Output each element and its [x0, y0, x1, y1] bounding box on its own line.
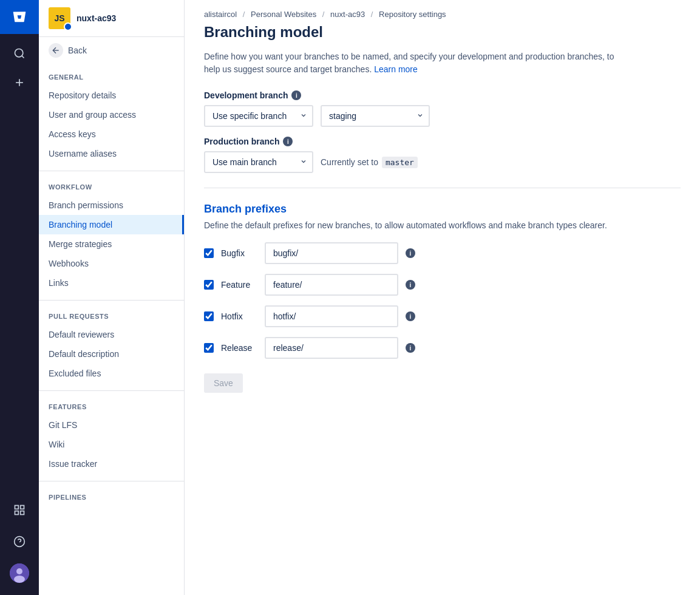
- sidebar-section-pull-requests: PULL REQUESTS Default reviewers Default …: [39, 303, 184, 388]
- page-description: Define how you want your branches to be …: [185, 50, 646, 90]
- repo-avatar-badge: [64, 22, 72, 31]
- repo-avatar: JS: [49, 7, 70, 29]
- bugfix-checkbox[interactable]: [204, 248, 214, 258]
- sidebar-item-access-keys[interactable]: Access keys: [39, 124, 184, 144]
- feature-label: Feature: [221, 280, 257, 290]
- prefix-row-feature: Feature i: [204, 274, 681, 296]
- feature-checkbox[interactable]: [204, 280, 214, 290]
- section-label-pull-requests: PULL REQUESTS: [39, 313, 184, 325]
- development-branch-info-icon[interactable]: i: [291, 90, 301, 100]
- sidebar-section-features: FEATURES Git LFS Wiki Issue tracker: [39, 393, 184, 478]
- branch-prefixes-description: Define the default prefixes for new bran…: [204, 220, 629, 230]
- bugfix-input[interactable]: [265, 242, 398, 264]
- svg-point-11: [14, 576, 25, 583]
- dev-branch-name-select[interactable]: staging: [321, 105, 430, 127]
- sidebar-item-branching-model[interactable]: Branching model: [39, 215, 184, 234]
- sidebar-section-general: GENERAL Repository details User and grou…: [39, 64, 184, 168]
- sidebar-item-branch-permissions[interactable]: Branch permissions: [39, 195, 184, 215]
- divider-4: [39, 481, 184, 481]
- sidebar-item-merge-strategies[interactable]: Merge strategies: [39, 234, 184, 254]
- create-nav-item[interactable]: [0, 68, 39, 97]
- save-button[interactable]: Save: [204, 373, 243, 393]
- sidebar-item-links[interactable]: Links: [39, 273, 184, 293]
- breadcrumb: alistaircol / Personal Websites / nuxt-a…: [185, 0, 700, 24]
- sidebar-item-issue-tracker[interactable]: Issue tracker: [39, 454, 184, 474]
- sidebar-item-excluded-files[interactable]: Excluded files: [39, 364, 184, 383]
- page-title: Branching model: [185, 24, 700, 50]
- sidebar: JS nuxt-ac93 Back GENERAL Repository det…: [39, 0, 185, 595]
- production-branch-label: Production branch i: [204, 137, 681, 146]
- breadcrumb-sep-2: /: [322, 10, 325, 19]
- sidebar-item-default-reviewers[interactable]: Default reviewers: [39, 325, 184, 344]
- content-area: Development branch i Use specific branch…: [185, 90, 700, 412]
- development-branch-row: Use specific branch Use main branch stag…: [204, 105, 681, 127]
- breadcrumb-sep-3: /: [371, 10, 373, 19]
- sidebar-item-default-description[interactable]: Default description: [39, 344, 184, 364]
- repo-name: nuxt-ac93: [76, 13, 116, 23]
- release-checkbox[interactable]: [204, 343, 214, 353]
- prod-branch-type-wrapper: Use main branch Use specific branch: [204, 151, 313, 173]
- divider-2: [39, 300, 184, 301]
- feature-input[interactable]: [265, 274, 398, 296]
- svg-rect-3: [15, 506, 19, 509]
- search-nav-item[interactable]: [0, 39, 39, 68]
- section-label-features: FEATURES: [39, 403, 184, 415]
- hotfix-input[interactable]: [265, 305, 398, 327]
- bugfix-label: Bugfix: [221, 248, 257, 258]
- prod-branch-type-select[interactable]: Use main branch Use specific branch: [204, 151, 313, 173]
- release-label: Release: [221, 343, 257, 353]
- sidebar-section-workflow: WORKFLOW Branch permissions Branching mo…: [39, 174, 184, 298]
- hotfix-checkbox[interactable]: [204, 311, 214, 321]
- main-content: alistaircol / Personal Websites / nuxt-a…: [185, 0, 700, 595]
- back-button[interactable]: Back: [39, 37, 184, 64]
- bitbucket-logo[interactable]: [0, 0, 39, 34]
- help-nav-item[interactable]: [0, 527, 39, 556]
- svg-rect-5: [15, 511, 19, 515]
- breadcrumb-personal-websites[interactable]: Personal Websites: [251, 10, 316, 19]
- svg-point-0: [15, 49, 23, 57]
- prefix-row-hotfix: Hotfix i: [204, 305, 681, 327]
- bugfix-info-icon[interactable]: i: [406, 248, 415, 258]
- user-avatar[interactable]: [0, 559, 39, 588]
- release-input[interactable]: [265, 337, 398, 359]
- divider-1: [39, 171, 184, 171]
- breadcrumb-alistaircol[interactable]: alistaircol: [204, 10, 237, 19]
- section-divider: [204, 188, 681, 188]
- section-label-pipelines: PIPELINES: [39, 494, 184, 506]
- svg-rect-6: [21, 511, 24, 515]
- dev-branch-type-wrapper: Use specific branch Use main branch: [204, 105, 313, 127]
- breadcrumb-nuxt-ac93[interactable]: nuxt-ac93: [330, 10, 365, 19]
- hotfix-info-icon[interactable]: i: [406, 311, 415, 321]
- icon-bar: [0, 0, 39, 595]
- dev-branch-name-wrapper: staging: [321, 105, 430, 127]
- currently-set-text: Currently set to master: [321, 157, 418, 168]
- prefix-row-bugfix: Bugfix i: [204, 242, 681, 264]
- breadcrumb-sep-1: /: [243, 10, 245, 19]
- feature-info-icon[interactable]: i: [406, 280, 415, 290]
- current-branch-value: master: [382, 157, 418, 168]
- divider-3: [39, 390, 184, 391]
- svg-rect-4: [21, 506, 24, 509]
- sidebar-item-git-lfs[interactable]: Git LFS: [39, 415, 184, 435]
- development-branch-label: Development branch i: [204, 90, 681, 100]
- back-arrow-icon: [49, 43, 63, 58]
- section-label-general: GENERAL: [39, 73, 184, 86]
- sidebar-item-username-aliases[interactable]: Username aliases: [39, 144, 184, 163]
- sidebar-item-user-group-access[interactable]: User and group access: [39, 105, 184, 124]
- svg-point-10: [16, 568, 22, 574]
- sidebar-item-repository-details[interactable]: Repository details: [39, 86, 184, 105]
- release-info-icon[interactable]: i: [406, 343, 415, 353]
- production-branch-row: Use main branch Use specific branch Curr…: [204, 151, 681, 173]
- breadcrumb-repository-settings[interactable]: Repository settings: [379, 10, 446, 19]
- dev-branch-type-select[interactable]: Use specific branch Use main branch: [204, 105, 313, 127]
- sidebar-section-pipelines: PIPELINES: [39, 484, 184, 511]
- learn-more-link[interactable]: Learn more: [374, 64, 418, 74]
- hotfix-label: Hotfix: [221, 311, 257, 321]
- branch-prefixes-title: Branch prefixes: [204, 203, 681, 216]
- production-branch-info-icon[interactable]: i: [283, 137, 293, 146]
- prefix-row-release: Release i: [204, 337, 681, 359]
- section-label-workflow: WORKFLOW: [39, 183, 184, 195]
- sidebar-item-wiki[interactable]: Wiki: [39, 435, 184, 454]
- grid-nav-item[interactable]: [0, 495, 39, 525]
- sidebar-item-webhooks[interactable]: Webhooks: [39, 254, 184, 273]
